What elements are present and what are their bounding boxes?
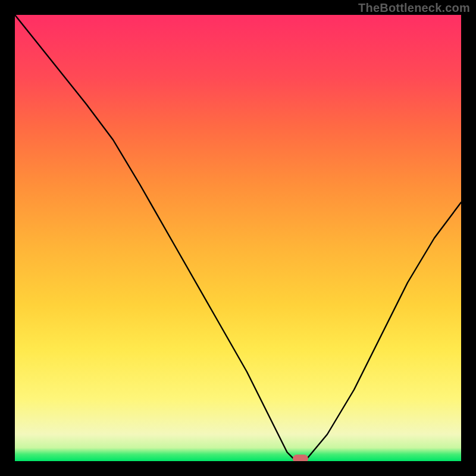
- plot-area: [15, 15, 461, 461]
- bottleneck-curve: [15, 15, 461, 461]
- optimal-marker: [293, 455, 308, 462]
- watermark-text: TheBottleneck.com: [358, 1, 470, 15]
- chart-frame: TheBottleneck.com: [0, 0, 476, 476]
